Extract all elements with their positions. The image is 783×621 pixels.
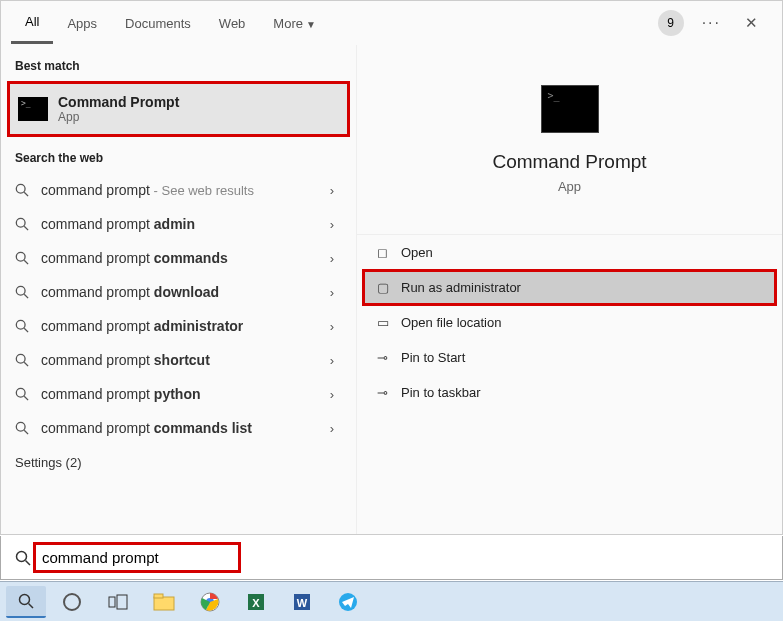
search-input[interactable] — [42, 549, 232, 566]
pin-icon: ⊸ — [377, 385, 401, 400]
tab-more[interactable]: More▼ — [259, 4, 330, 43]
svg-point-8 — [16, 320, 25, 329]
search-icon — [15, 285, 29, 299]
svg-text:X: X — [252, 597, 260, 609]
action-run-as-admin[interactable]: ▢ Run as administrator — [363, 270, 776, 305]
search-bar[interactable] — [0, 536, 783, 580]
svg-point-20 — [64, 594, 80, 610]
taskbar-explorer-icon[interactable] — [144, 586, 184, 618]
svg-point-6 — [16, 286, 25, 295]
web-result-4[interactable]: command prompt administrator› — [1, 309, 356, 343]
taskbar-search-button[interactable] — [6, 586, 46, 618]
svg-point-18 — [20, 594, 30, 604]
svg-line-7 — [24, 294, 28, 298]
web-result-3[interactable]: command prompt download› — [1, 275, 356, 309]
best-match-title: Command Prompt — [58, 94, 179, 110]
taskbar-taskview-icon[interactable] — [98, 586, 138, 618]
preview-pane: Command Prompt App ◻ Open ▢ Run as admin… — [356, 45, 782, 534]
web-result-text: command prompt commands list — [41, 420, 342, 436]
svg-line-15 — [24, 430, 28, 434]
chevron-right-icon: › — [330, 285, 334, 300]
close-button[interactable]: ✕ — [731, 14, 772, 32]
search-icon — [15, 251, 29, 265]
action-open[interactable]: ◻ Open — [357, 235, 782, 270]
action-pin-start[interactable]: ⊸ Pin to Start — [357, 340, 782, 375]
search-panel: All Apps Documents Web More▼ 9 ··· ✕ Bes… — [0, 0, 783, 535]
svg-point-14 — [16, 422, 25, 431]
chevron-down-icon: ▼ — [306, 19, 316, 30]
tab-apps[interactable]: Apps — [53, 4, 111, 43]
svg-line-19 — [29, 603, 34, 608]
web-result-text: command prompt python — [41, 386, 342, 402]
preview-title: Command Prompt — [492, 151, 646, 173]
taskbar-excel-icon[interactable]: X — [236, 586, 276, 618]
chevron-right-icon: › — [330, 319, 334, 334]
taskbar-chrome-icon[interactable] — [190, 586, 230, 618]
action-open-location[interactable]: ▭ Open file location — [357, 305, 782, 340]
svg-point-10 — [16, 354, 25, 363]
svg-point-16 — [17, 551, 27, 561]
svg-point-0 — [16, 184, 25, 193]
preview-subtitle: App — [558, 179, 581, 194]
svg-line-5 — [24, 260, 28, 264]
search-icon — [15, 550, 31, 566]
action-pin-taskbar[interactable]: ⊸ Pin to taskbar — [357, 375, 782, 410]
search-icon — [15, 319, 29, 333]
svg-line-17 — [26, 560, 31, 565]
best-match-item[interactable]: Command Prompt App — [7, 81, 350, 137]
web-result-text: command prompt administrator — [41, 318, 342, 334]
web-result-6[interactable]: command prompt python› — [1, 377, 356, 411]
folder-icon: ▭ — [377, 315, 401, 330]
svg-line-1 — [24, 192, 28, 196]
web-result-1[interactable]: command prompt admin› — [1, 207, 356, 241]
command-prompt-icon — [18, 97, 48, 121]
chevron-right-icon: › — [330, 183, 334, 198]
account-badge[interactable]: 9 — [658, 10, 684, 36]
chevron-right-icon: › — [330, 251, 334, 266]
chevron-right-icon: › — [330, 421, 334, 436]
web-result-text: command prompt admin — [41, 216, 342, 232]
search-icon — [15, 387, 29, 401]
svg-rect-23 — [154, 597, 174, 610]
preview-actions: ◻ Open ▢ Run as administrator ▭ Open fil… — [357, 234, 782, 410]
open-icon: ◻ — [377, 245, 401, 260]
taskbar-telegram-icon[interactable] — [328, 586, 368, 618]
chevron-right-icon: › — [330, 353, 334, 368]
web-result-7[interactable]: command prompt commands list› — [1, 411, 356, 445]
web-result-text: command prompt - See web results — [41, 182, 342, 198]
preview-app-icon — [541, 85, 599, 133]
admin-shield-icon: ▢ — [377, 280, 401, 295]
svg-line-9 — [24, 328, 28, 332]
svg-point-2 — [16, 218, 25, 227]
taskbar-cortana-icon[interactable] — [52, 586, 92, 618]
best-match-header: Best match — [1, 45, 356, 81]
svg-line-11 — [24, 362, 28, 366]
svg-point-12 — [16, 388, 25, 397]
svg-rect-24 — [154, 594, 163, 598]
web-result-0[interactable]: command prompt - See web results› — [1, 173, 356, 207]
search-icon — [15, 183, 29, 197]
search-icon — [15, 217, 29, 231]
tab-all[interactable]: All — [11, 2, 53, 44]
taskbar-word-icon[interactable]: W — [282, 586, 322, 618]
svg-rect-22 — [117, 595, 127, 609]
best-match-subtitle: App — [58, 110, 179, 124]
svg-rect-21 — [109, 597, 115, 607]
svg-point-4 — [16, 252, 25, 261]
tab-documents[interactable]: Documents — [111, 4, 205, 43]
svg-line-13 — [24, 396, 28, 400]
chevron-right-icon: › — [330, 217, 334, 232]
filter-tabs: All Apps Documents Web More▼ 9 ··· ✕ — [1, 1, 782, 45]
svg-text:W: W — [297, 597, 308, 609]
more-options-icon[interactable]: ··· — [692, 14, 731, 32]
results-list: Best match Command Prompt App Search the… — [1, 45, 356, 534]
search-icon — [15, 353, 29, 367]
web-result-text: command prompt download — [41, 284, 342, 300]
web-result-2[interactable]: command prompt commands› — [1, 241, 356, 275]
svg-line-3 — [24, 226, 28, 230]
web-result-5[interactable]: command prompt shortcut› — [1, 343, 356, 377]
settings-results[interactable]: Settings (2) — [1, 445, 356, 480]
search-icon — [15, 421, 29, 435]
web-result-text: command prompt shortcut — [41, 352, 342, 368]
tab-web[interactable]: Web — [205, 4, 260, 43]
